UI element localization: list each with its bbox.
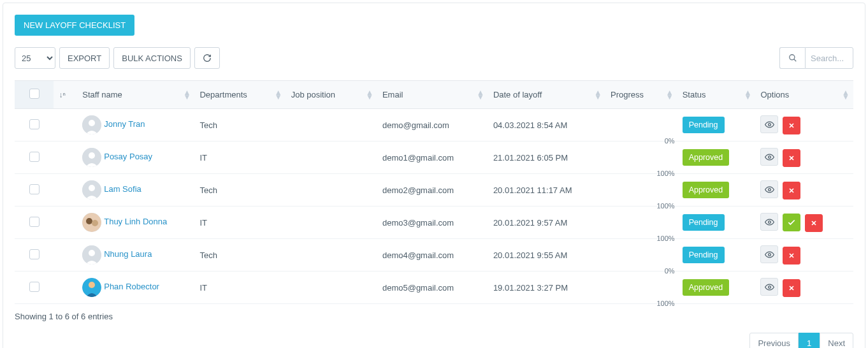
svg-point-9 <box>769 156 771 158</box>
approve-button[interactable] <box>783 214 800 231</box>
cell-email: demo1@gmail.com <box>377 141 488 174</box>
cell-progress: 100% <box>605 272 677 304</box>
table-row: Jonny Tran Tech demo@gmail.com 04.03.202… <box>15 109 853 141</box>
delete-button[interactable] <box>783 279 800 297</box>
cell-job <box>286 174 377 207</box>
view-button[interactable] <box>760 213 778 231</box>
delete-button[interactable] <box>783 149 800 167</box>
table-row: Thuy Linh Donna IT demo3@gmail.com 20.01… <box>15 207 853 239</box>
eye-icon <box>765 120 774 129</box>
close-icon <box>788 284 795 292</box>
cell-date: 19.01.2021 3:27 PM <box>488 272 605 304</box>
close-icon <box>788 122 795 129</box>
toolbar: 25 EXPORT BULK ACTIONS <box>15 47 853 69</box>
pagination: Previous 1 Next <box>15 333 853 348</box>
staff-name-link[interactable]: Thuy Linh Donna <box>104 217 167 226</box>
row-checkbox[interactable] <box>29 184 40 194</box>
row-checkbox[interactable] <box>29 249 40 259</box>
delete-button[interactable] <box>783 247 800 265</box>
close-icon <box>788 252 795 259</box>
pager-page-1[interactable]: 1 <box>799 333 820 348</box>
cell-email: demo5@gmail.com <box>377 272 488 304</box>
view-button[interactable] <box>760 180 778 198</box>
svg-point-29 <box>89 282 95 288</box>
sort-desc-icon: ↓ⁿ <box>59 91 65 99</box>
col-options: Options▲▼ <box>755 81 853 109</box>
svg-point-20 <box>769 221 771 223</box>
avatar <box>82 115 101 134</box>
staff-name-link[interactable]: Lam Sofia <box>104 184 141 194</box>
svg-point-14 <box>769 188 771 191</box>
search-input[interactable] <box>805 47 853 69</box>
cell-date: 20.01.2021 9:57 AM <box>488 207 605 239</box>
table-row: Posay Posay IT demo1@gmail.com 21.01.202… <box>15 141 853 174</box>
row-checkbox[interactable] <box>29 119 40 129</box>
col-departments[interactable]: Departments▲▼ <box>194 81 286 109</box>
status-badge: Pending <box>683 214 725 231</box>
search-button[interactable] <box>779 47 805 69</box>
new-layoff-checklist-button[interactable]: NEW LAYOFF CHECKLIST <box>15 15 134 36</box>
delete-button[interactable] <box>783 182 800 199</box>
eye-icon <box>765 152 774 162</box>
cell-department: IT <box>194 141 286 174</box>
view-button[interactable] <box>760 115 778 133</box>
cell-progress: 100% <box>605 141 677 174</box>
cell-email: demo@gmail.com <box>377 109 488 141</box>
row-checkbox[interactable] <box>29 152 40 162</box>
avatar <box>82 278 101 297</box>
svg-point-4 <box>769 123 771 126</box>
col-email[interactable]: Email▲▼ <box>377 81 488 109</box>
export-button[interactable]: EXPORT <box>59 47 110 69</box>
staff-name-link[interactable]: Posay Posay <box>104 152 152 161</box>
close-icon <box>788 154 795 162</box>
refresh-button[interactable] <box>194 47 220 69</box>
svg-point-3 <box>89 120 95 126</box>
eye-icon <box>765 282 774 292</box>
svg-point-24 <box>89 250 95 256</box>
view-button[interactable] <box>760 148 778 166</box>
row-checkbox[interactable] <box>29 217 40 227</box>
staff-name-link[interactable]: Phan Robector <box>104 282 159 291</box>
staff-name-link[interactable]: Jonny Tran <box>104 119 145 129</box>
delete-button[interactable] <box>783 117 800 134</box>
cell-job <box>286 207 377 239</box>
eye-icon <box>765 250 774 259</box>
cell-department: IT <box>194 207 286 239</box>
close-icon <box>788 187 795 194</box>
svg-point-0 <box>789 55 794 60</box>
col-sort-index[interactable]: ↓ⁿ <box>54 81 77 109</box>
staff-name-link[interactable]: Nhung Laura <box>104 249 152 259</box>
col-checkbox <box>15 81 54 109</box>
row-checkbox[interactable] <box>29 282 40 292</box>
col-progress[interactable]: Progress▲▼ <box>605 81 677 109</box>
svg-point-13 <box>89 185 95 191</box>
cell-date: 21.01.2021 6:05 PM <box>488 141 605 174</box>
layoff-table: ↓ⁿ Staff name▲▼ Departments▲▼ Job positi… <box>15 80 853 304</box>
svg-point-19 <box>92 220 98 226</box>
eye-icon <box>765 185 774 194</box>
layoff-panel: NEW LAYOFF CHECKLIST 25 EXPORT BULK ACTI… <box>3 3 865 348</box>
col-job-position[interactable]: Job position▲▼ <box>286 81 377 109</box>
svg-point-18 <box>86 218 92 224</box>
col-staff-name[interactable]: Staff name▲▼ <box>77 81 194 109</box>
view-button[interactable] <box>760 245 778 263</box>
cell-job <box>286 109 377 141</box>
pager-previous[interactable]: Previous <box>749 333 799 348</box>
status-badge: Pending <box>683 247 725 263</box>
eye-icon <box>765 217 774 227</box>
bulk-actions-button[interactable]: BULK ACTIONS <box>113 47 191 69</box>
select-all-checkbox[interactable] <box>29 89 40 99</box>
cell-date: 20.01.2021 11:17 AM <box>488 174 605 207</box>
col-status[interactable]: Status▲▼ <box>677 81 756 109</box>
cell-email: demo4@gmail.com <box>377 239 488 272</box>
close-icon <box>810 219 818 227</box>
view-button[interactable] <box>760 278 778 296</box>
col-date-of-layoff[interactable]: Date of layoff▲▼ <box>488 81 605 109</box>
pager-next[interactable]: Next <box>820 333 853 348</box>
search-icon <box>788 54 797 62</box>
page-size-select[interactable]: 25 <box>15 47 55 69</box>
cell-progress: 0% <box>605 239 677 272</box>
delete-button[interactable] <box>805 214 823 232</box>
avatar <box>82 148 101 167</box>
status-badge: Pending <box>683 117 725 133</box>
